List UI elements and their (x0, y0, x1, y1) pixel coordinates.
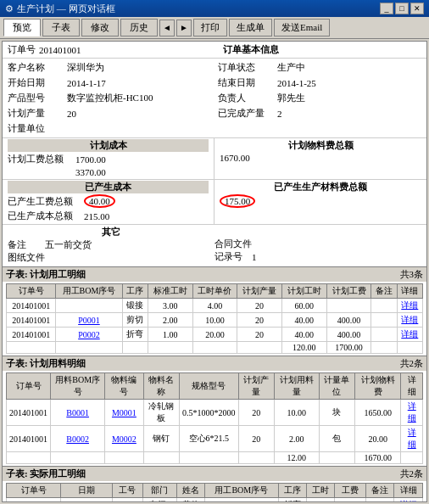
work-actual-table-header: 子表: 实际用工明细 共2条 (3, 466, 426, 481)
toolbar: 预览 子表 修改 历史 ◄ ► 打印 生成单 发送Email (0, 17, 429, 39)
plan-qty-label: 计划产量 (8, 107, 67, 120)
wpt-col-detail: 详细 (397, 284, 422, 299)
wpt-col-plan-qty: 计划产量 (237, 284, 282, 299)
table-row: 201401001 P0002 折弯 1.00 20.00 20 40.00 4… (7, 328, 423, 342)
tab-history[interactable]: 历史 (120, 19, 158, 36)
print-button[interactable]: 打印 (193, 19, 227, 36)
material-plan-table: 订单号 用料BOM序号 物料编号 物料名称 规格型号 计划产量 计划用料量 计量… (6, 372, 423, 464)
wat-col-cost: 工费 (335, 484, 366, 498)
drawing-label: 图纸文件 (8, 251, 45, 264)
owner-value: 郭先生 (277, 92, 305, 104)
table-row: 201401001 B0002 M0002 钢钉 空心6*21.5 20 2.0… (7, 426, 423, 452)
work-plan-table-count: 共3条 (400, 268, 424, 281)
detail-link[interactable]: 详细 (400, 500, 417, 502)
planned-labor2-row: 3370.00 (8, 166, 209, 178)
work-plan-table-title: 子表: 计划用工明细 (6, 268, 86, 281)
tab-edit[interactable]: 修改 (81, 19, 119, 36)
remark-value: 五一前交货 (45, 238, 92, 251)
nav-next-button[interactable]: ► (176, 20, 192, 36)
mpt-col-mat-no: 物料编号 (105, 373, 143, 400)
wat-col-process: 工序 (278, 484, 306, 498)
title-bar-buttons: _ □ ✕ (380, 3, 424, 14)
wat-col-detail: 详细 (394, 484, 423, 498)
work-actual-table: 订单号 日期 工号 部门 姓名 用工BOM序号 工序 工时 工费 备注 详细 2… (6, 483, 423, 502)
wpt-col-process: 工序 (122, 284, 148, 299)
wpt-col-unit-price: 工时单价 (192, 284, 237, 299)
gen-order-button[interactable]: 生成单 (229, 19, 272, 36)
mpt-col-detail: 详细 (401, 373, 423, 400)
wat-col-dept: 部门 (142, 484, 176, 498)
contract-row: 合同文件 (214, 238, 421, 250)
status-label: 订单状态 (218, 61, 277, 74)
start-date-label: 开始日期 (8, 76, 67, 89)
actual-material-label: 已产生生产材料费总额 (220, 181, 421, 193)
drawing-row: 图纸文件 (8, 251, 214, 264)
wpt-col-std-time: 标准工时 (148, 284, 192, 299)
mpt-col-plan-use: 计划用料量 (274, 373, 319, 400)
record-row: 记录号 1 (214, 250, 421, 263)
record-label: 记录号 (214, 250, 248, 263)
owner-row: 负责人 郭先生 (218, 91, 421, 105)
detail-link[interactable]: 详细 (401, 300, 418, 310)
nav-prev-button[interactable]: ◄ (159, 20, 175, 36)
mpt-col-mat-name: 物料名称 (143, 373, 179, 400)
customer-label: 客户名称 (8, 61, 67, 74)
mpt-col-spec: 规格型号 (180, 373, 239, 400)
completed-qty-label: 已完成产量 (218, 107, 277, 120)
mpt-col-order: 订单号 (7, 373, 51, 400)
table-row: 201401001 锻接 3.00 4.00 20 60.00 详细 (7, 299, 423, 313)
start-date-row: 开始日期 2014-1-17 (8, 76, 211, 90)
wat-col-time: 工时 (307, 484, 335, 498)
planned-labor-label: 计划工费总额 (8, 153, 75, 165)
mpt-col-plan-cost: 计划物料费 (355, 373, 401, 400)
actual-cost-title: 已产生成本 (8, 181, 209, 193)
end-date-row: 结束日期 2014-1-25 (218, 76, 421, 90)
product-value: 数字监控机柜-HC100 (67, 92, 153, 104)
main-content: 订单号 201401001 订单基本信息 客户名称 深圳华为 订单状态 生产中 … (2, 41, 427, 502)
end-date-value: 2014-1-25 (277, 78, 316, 88)
window-title: 生产计划 — 网页对话框 (17, 3, 115, 15)
table-row: 201401001 P0001 剪切 2.00 10.00 20 40.00 4… (7, 313, 423, 328)
remark-row: 备注 五一前交货 (8, 238, 214, 251)
minimize-button[interactable]: _ (380, 3, 393, 14)
detail-link[interactable]: 详细 (401, 329, 418, 339)
work-plan-table-header: 子表: 计划用工明细 共3条 (3, 266, 426, 282)
mpt-col-bom: 用料BOM序号 (51, 373, 105, 400)
owner-label: 负责人 (218, 92, 277, 104)
material-plan-table-title: 子表: 计划用料明细 (6, 357, 86, 370)
wpt-col-remark: 备注 (371, 284, 397, 299)
other-title: 其它 (8, 226, 214, 238)
wpt-col-plan-time: 计划工时 (281, 284, 326, 299)
actual-labor-value: 40.00 (84, 194, 115, 208)
customer-value: 深圳华为 (67, 61, 104, 74)
order-number-value: 201401001 (39, 45, 81, 55)
table-row total-row: 12.00 1670.00 (7, 452, 423, 464)
table-row total-row: 120.00 1700.00 (7, 342, 423, 354)
other-left: 其它 备注 五一前交货 图纸文件 (8, 226, 214, 264)
actual-labor2-label: 已生产成本总额 (8, 210, 84, 222)
detail-link[interactable]: 详细 (408, 428, 416, 449)
actual-labor-row: 已产生工费总额 40.00 (8, 193, 209, 209)
work-plan-table: 订单号 用工BOM序号 工序 标准工时 工时单价 计划产量 计划工时 计划工费 … (6, 283, 423, 354)
work-actual-table-count: 共2条 (400, 468, 424, 480)
tab-subtable[interactable]: 子表 (42, 19, 80, 36)
send-email-button[interactable]: 发送Email (274, 19, 330, 36)
wat-col-date: 日期 (61, 484, 112, 498)
tab-preview[interactable]: 预览 (3, 19, 41, 36)
planned-material-label: 计划物料费总额 (220, 139, 421, 152)
remark-label: 备注 (8, 238, 42, 251)
detail-link[interactable]: 详细 (408, 401, 416, 423)
maximize-button[interactable]: □ (395, 3, 409, 14)
end-date-label: 结束日期 (218, 76, 277, 89)
wat-col-no: 工号 (112, 484, 142, 498)
actual-material-value: 175.00 (220, 194, 255, 208)
planned-labor-value: 1700.00 (75, 154, 106, 165)
planned-labor-row: 计划工费总额 1700.00 (8, 152, 209, 166)
planned-material-row: 1670.00 (220, 152, 421, 164)
table-row: 201401001 2014-1-19 H002 车间1 黄伟 P0002 折弯… (7, 498, 423, 503)
wat-col-name: 姓名 (176, 484, 204, 498)
product-label: 产品型号 (8, 92, 67, 104)
close-button[interactable]: ✕ (410, 3, 424, 14)
mpt-col-unit: 计量单位 (319, 373, 354, 400)
detail-link[interactable]: 详细 (401, 315, 418, 324)
